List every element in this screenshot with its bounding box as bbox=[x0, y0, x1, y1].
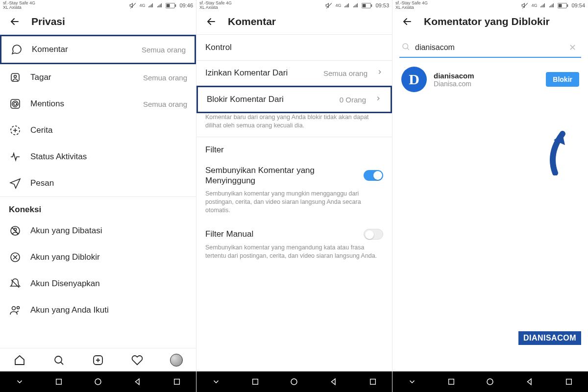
bottom-nav bbox=[0, 348, 196, 371]
svg-rect-21 bbox=[253, 379, 258, 385]
svg-rect-26 bbox=[567, 4, 568, 6]
android-nav bbox=[0, 371, 196, 392]
android-recent-icon[interactable] bbox=[55, 378, 63, 386]
signal-icon bbox=[157, 2, 163, 8]
avatar: D bbox=[401, 67, 427, 92]
android-square-icon[interactable] bbox=[173, 378, 181, 386]
header: Privasi bbox=[0, 11, 196, 35]
svg-rect-20 bbox=[371, 4, 372, 6]
signal-icon bbox=[540, 2, 546, 8]
watermark: DIANISACOM bbox=[517, 330, 582, 346]
at-icon bbox=[9, 98, 22, 110]
svg-rect-15 bbox=[56, 379, 62, 385]
profile-icon[interactable] bbox=[170, 354, 183, 367]
search-result[interactable]: D dianisacom Dianisa.com Blokir bbox=[392, 58, 588, 101]
svg-point-13 bbox=[55, 356, 62, 363]
android-menu-icon[interactable] bbox=[15, 377, 24, 386]
svg-rect-19 bbox=[363, 4, 366, 7]
svg-point-12 bbox=[17, 307, 20, 309]
activity-icon bbox=[9, 151, 22, 163]
toggle-hide-offensive[interactable] bbox=[364, 170, 383, 181]
page-title: Komentar bbox=[228, 16, 276, 27]
svg-point-6 bbox=[14, 102, 17, 105]
section-kontrol: Kontrol bbox=[196, 35, 392, 55]
svg-point-4 bbox=[14, 75, 17, 78]
svg-rect-28 bbox=[449, 379, 454, 385]
heart-icon[interactable] bbox=[131, 354, 144, 367]
android-recent-icon[interactable] bbox=[447, 378, 455, 386]
row-status-aktivitas[interactable]: Status Aktivitas bbox=[0, 144, 196, 170]
story-icon bbox=[9, 124, 22, 136]
back-icon[interactable] bbox=[401, 16, 413, 27]
result-fullname: Dianisa.com bbox=[434, 80, 539, 88]
battery-icon bbox=[558, 3, 568, 8]
android-menu-icon[interactable] bbox=[212, 377, 220, 386]
search-icon bbox=[401, 42, 410, 53]
svg-rect-17 bbox=[174, 379, 179, 385]
muted-icon bbox=[9, 278, 22, 290]
following-icon bbox=[9, 304, 22, 316]
home-icon[interactable] bbox=[13, 354, 26, 367]
comment-icon bbox=[10, 44, 23, 55]
svg-rect-2 bbox=[175, 4, 176, 6]
tag-icon bbox=[9, 72, 22, 83]
screen-blocked-commenters: sf.-Stay Safe 4GXL Axiata 4G 09:54 Komen… bbox=[392, 0, 588, 392]
android-home-icon[interactable] bbox=[290, 377, 298, 386]
android-back-icon[interactable] bbox=[133, 377, 142, 386]
add-post-icon[interactable] bbox=[92, 354, 104, 367]
android-recent-icon[interactable] bbox=[251, 378, 259, 386]
blocked-icon bbox=[9, 251, 22, 263]
signal-icon bbox=[549, 2, 555, 8]
row-cerita[interactable]: Cerita bbox=[0, 117, 196, 144]
row-tagar[interactable]: Tagar Semua orang bbox=[0, 64, 196, 91]
clock: 09:53 bbox=[375, 2, 389, 8]
row-akun-disenyapkan[interactable]: Akun Disenyapkan bbox=[0, 270, 196, 297]
search-field[interactable]: ✕ bbox=[399, 38, 581, 58]
mute-icon bbox=[129, 2, 136, 9]
search-nav-icon[interactable] bbox=[52, 354, 65, 367]
signal-icon bbox=[148, 2, 154, 8]
block-button[interactable]: Blokir bbox=[546, 72, 579, 87]
clock: 09:46 bbox=[179, 2, 193, 8]
android-home-icon[interactable] bbox=[94, 377, 102, 386]
android-back-icon[interactable] bbox=[525, 377, 534, 386]
signal-icon bbox=[353, 2, 359, 8]
android-square-icon[interactable] bbox=[565, 378, 573, 386]
message-icon bbox=[9, 177, 22, 189]
page-title: Privasi bbox=[31, 16, 65, 27]
android-nav bbox=[392, 371, 588, 392]
search-input[interactable] bbox=[415, 43, 561, 52]
row-blokir-komentar[interactable]: Blokir Komentar Dari 0 Orang bbox=[196, 86, 392, 113]
row-komentar[interactable]: Komentar Semua orang bbox=[0, 35, 196, 64]
row-akun-diblokir[interactable]: Akun yang Diblokir bbox=[0, 244, 196, 270]
row-pesan[interactable]: Pesan bbox=[0, 170, 196, 196]
section-filter: Filter bbox=[196, 137, 392, 158]
header: Komentar bbox=[196, 11, 392, 35]
row-izinkan-komentar[interactable]: Izinkan Komentar Dari Semua orang bbox=[196, 61, 392, 86]
android-home-icon[interactable] bbox=[486, 377, 494, 386]
android-menu-icon[interactable] bbox=[408, 377, 416, 386]
hide-description: Sembunyikan komentar yang mungkin mengga… bbox=[196, 190, 392, 221]
signal-icon bbox=[344, 2, 350, 8]
chevron-right-icon bbox=[375, 95, 382, 104]
screen-komentar: sf.-Stay Safe 4GXL Axiata 4G 09:53 Komen… bbox=[196, 0, 392, 392]
android-back-icon[interactable] bbox=[329, 377, 338, 386]
toggle-filter-manual[interactable] bbox=[364, 229, 383, 240]
section-koneksi: Koneksi bbox=[0, 197, 196, 218]
clear-icon[interactable]: ✕ bbox=[566, 41, 579, 54]
restricted-icon bbox=[9, 225, 22, 237]
svg-rect-25 bbox=[559, 4, 562, 7]
back-icon[interactable] bbox=[205, 16, 217, 27]
battery-icon bbox=[166, 3, 176, 8]
annotation-arrow-icon bbox=[538, 126, 577, 175]
back-icon[interactable] bbox=[9, 16, 21, 27]
android-nav bbox=[196, 371, 392, 392]
chevron-right-icon bbox=[376, 69, 383, 77]
row-mentions[interactable]: Mentions Semua orang bbox=[0, 91, 196, 117]
status-bar: sf.-Stay Safe 4GXL Axiata 4G 09:53 bbox=[196, 0, 392, 11]
row-akun-dibatasi[interactable]: Akun yang Dibatasi bbox=[0, 218, 196, 244]
android-square-icon[interactable] bbox=[369, 378, 377, 386]
row-akun-ikuti[interactable]: Akun yang Anda Ikuti bbox=[0, 297, 196, 323]
status-bar: sf.-Stay Safe 4GXL Axiata 4G 09:54 bbox=[392, 0, 588, 11]
row-hide-offensive: Sembunyikan Komentar yang Menyinggung bbox=[196, 158, 392, 190]
